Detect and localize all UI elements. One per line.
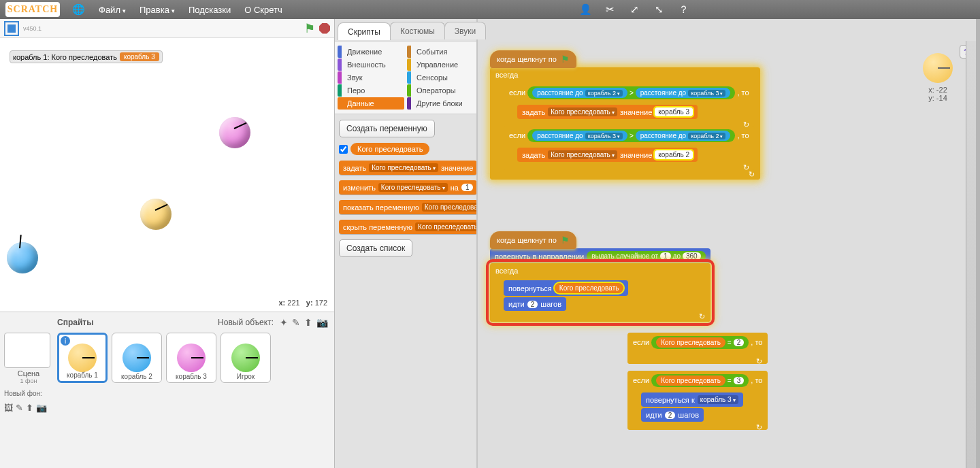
block-forever-2[interactable]: всегда повернуться Кого преследовать идт… xyxy=(490,263,710,322)
make-variable-button[interactable]: Создать переменную xyxy=(339,120,435,137)
sprite-thumb-ship2[interactable]: корабль 2 xyxy=(112,333,162,383)
block-help-icon[interactable]: ? xyxy=(960,45,973,58)
block-if-2[interactable]: если расстояние докорабль 3 > расстояние… xyxy=(504,127,755,169)
sprite-ship3-onstage[interactable] xyxy=(219,117,250,148)
stop-button[interactable] xyxy=(319,23,330,34)
block-set-variable[interactable]: задать Кого преследовать значение xyxy=(339,161,477,175)
block-if-eq2[interactable]: если Кого преследовать = 2 , то xyxy=(627,333,768,364)
block-palette: Движение Внешность Звук Перо Данные Собы… xyxy=(335,19,478,468)
sprite-ship1-onstage[interactable] xyxy=(140,199,172,230)
cat-sound[interactable]: Звук xyxy=(338,71,404,84)
duplicate-icon[interactable]: 👤 xyxy=(578,3,592,16)
new-sprite-library-icon[interactable]: ✦ xyxy=(280,317,288,328)
tabs: Скрипты Костюмы Звуки xyxy=(338,22,485,39)
sensing-distance-ship3[interactable]: расстояние докорабль 3 xyxy=(636,88,731,98)
new-sprite-camera-icon[interactable]: 📷 xyxy=(316,317,328,328)
set-value-ship3[interactable]: корабль 3 xyxy=(655,107,693,116)
backdrop-library-icon[interactable]: 🖼 xyxy=(4,403,13,413)
green-flag-button[interactable]: ⚑ xyxy=(304,21,315,36)
tab-scripts[interactable]: Скрипты xyxy=(338,22,391,40)
op-greater-1[interactable]: расстояние докорабль 2 > расстояние доко… xyxy=(527,86,735,99)
script-stack-2[interactable]: когда щелкнут по⚑ повернуть в направлени… xyxy=(490,231,710,322)
tab-costumes[interactable]: Костюмы xyxy=(390,22,445,39)
block-if-eq3[interactable]: если Кого преследовать = 3 , то повернут… xyxy=(627,371,768,430)
cat-control[interactable]: Управление xyxy=(407,58,474,71)
sprite-indicator: x: -22 y: -14 xyxy=(923,53,953,102)
backdrop-camera-icon[interactable]: 📷 xyxy=(36,403,47,413)
set-value-ship2[interactable]: корабль 2 xyxy=(655,150,693,159)
cat-more[interactable]: Другие блоки xyxy=(407,97,474,110)
stage-variable-monitor[interactable]: корабль 1: Кого преследовать корабль 3 xyxy=(10,50,163,63)
op-random[interactable]: выдать случайное от1 до360 xyxy=(587,251,705,261)
block-hide-variable[interactable]: скрыть переменную Кого преследовать xyxy=(339,220,478,234)
sprite-panel: Спрайты Новый объект: ✦ ✎ ⬆ 📷 Сцена 1 фо… xyxy=(0,312,334,468)
sprite-thumb-ship1[interactable]: i корабль 1 xyxy=(57,333,108,383)
op-eq-3[interactable]: Кого преследовать = 3 xyxy=(651,374,749,387)
grow-icon[interactable]: ⤢ xyxy=(627,3,641,16)
language-icon[interactable]: 🌐 xyxy=(71,3,86,16)
op-eq-2[interactable]: Кого преследовать = 2 xyxy=(651,336,749,349)
cut-icon[interactable]: ✂ xyxy=(603,3,617,16)
block-move-steps-1[interactable]: идти2шагов xyxy=(504,297,566,311)
sprite-thumb-ship3[interactable]: корабль 3 xyxy=(166,333,216,383)
menubar: SCRATCH 🌐 Файл Правка Подсказки О Скретч… xyxy=(0,0,980,19)
block-point-towards-var[interactable]: повернуться Кого преследовать xyxy=(504,280,628,296)
stage-coords: x: 221 y: 172 xyxy=(0,297,334,312)
cat-operators[interactable]: Операторы xyxy=(407,84,474,97)
block-when-flag-1[interactable]: когда щелкнут по⚑ xyxy=(490,50,576,68)
block-forever-1[interactable]: всегда если расстояние докорабль 2 > xyxy=(490,67,760,180)
cat-sensing[interactable]: Сенсоры xyxy=(407,71,474,84)
variable-visibility-checkbox[interactable]: Кого преследовать xyxy=(339,143,429,155)
cat-events[interactable]: События xyxy=(407,46,474,58)
stage-thumb[interactable] xyxy=(4,333,50,368)
cat-data[interactable]: Данные xyxy=(338,97,404,110)
right-column: Скрипты Костюмы Звуки Движение Внешность… xyxy=(335,19,980,468)
backdrop-upload-icon[interactable]: ⬆ xyxy=(26,403,33,413)
script-stack-3[interactable]: если Кого преследовать = 2 , то xyxy=(627,333,768,364)
shrink-icon[interactable]: ⤡ xyxy=(652,3,666,16)
fullscreen-icon[interactable] xyxy=(4,21,19,36)
block-when-flag-2[interactable]: когда щелкнут по⚑ xyxy=(490,231,576,249)
reporter-var-in-point[interactable]: Кого преследовать xyxy=(555,283,624,293)
new-sprite-upload-icon[interactable]: ⬆ xyxy=(304,317,312,328)
menu-file[interactable]: Файл xyxy=(97,5,127,15)
help-icon[interactable]: ？ xyxy=(676,3,690,16)
op-greater-2[interactable]: расстояние докорабль 3 > расстояние доко… xyxy=(527,129,735,142)
sensing-distance-ship2[interactable]: расстояние докорабль 2 xyxy=(532,88,627,98)
reporter-var-eq3[interactable]: Кого преследовать xyxy=(656,375,725,386)
block-show-variable[interactable]: показать переменную Кого преследовать xyxy=(339,200,478,214)
menu-about[interactable]: О Скретч xyxy=(243,5,284,15)
block-point-towards-ship3[interactable]: повернуться ккорабль 3 xyxy=(641,392,743,407)
menu-edit[interactable]: Правка xyxy=(138,5,176,15)
cat-looks[interactable]: Внешность xyxy=(338,58,404,71)
block-set-var-ship2[interactable]: задать Кого преследовать значение корабл… xyxy=(517,148,698,162)
workspace: v450.1 ⚑ корабль 1: Кого преследовать ко… xyxy=(0,19,980,468)
menu-tips[interactable]: Подсказки xyxy=(187,5,232,15)
var-monitor-value: корабль 3 xyxy=(120,52,159,61)
new-sprite-paint-icon[interactable]: ✎ xyxy=(292,317,300,328)
script-canvas[interactable]: ? x: -22 y: -14 когда щелкнут по⚑ всегда xyxy=(478,19,980,468)
stage[interactable]: корабль 1: Кого преследовать корабль 3 xyxy=(0,38,334,297)
sensing-distance-ship2b[interactable]: расстояние докорабль 2 xyxy=(636,131,731,141)
sensing-distance-ship3b[interactable]: расстояние докорабль 3 xyxy=(532,131,627,141)
stage-header: v450.1 ⚑ xyxy=(0,19,334,38)
block-change-variable[interactable]: изменить Кого преследовать на 1 xyxy=(339,180,477,195)
sprite-thumb-player[interactable]: Игрок xyxy=(220,333,271,383)
block-move-steps-2[interactable]: идти2шагов xyxy=(641,408,704,422)
make-list-button[interactable]: Создать список xyxy=(339,239,412,257)
block-point-direction[interactable]: повернуть в направлении выдать случайное… xyxy=(490,248,710,264)
category-grid: Движение Внешность Звук Перо Данные Собы… xyxy=(335,41,476,114)
tab-sounds[interactable]: Звуки xyxy=(444,22,486,39)
cat-pen[interactable]: Перо xyxy=(338,84,404,97)
reporter-var-eq2[interactable]: Кого преследовать xyxy=(656,337,725,348)
script-stack-1[interactable]: когда щелкнут по⚑ всегда если расстояние… xyxy=(490,50,760,180)
backdrop-paint-icon[interactable]: ✎ xyxy=(16,403,23,413)
cat-motion[interactable]: Движение xyxy=(338,46,404,58)
script-stack-4[interactable]: если Кого преследовать = 3 , то повернут… xyxy=(627,371,768,430)
sprite-ship2-onstage[interactable] xyxy=(7,242,38,273)
block-set-var-ship3[interactable]: задать Кого преследовать значение корабл… xyxy=(517,105,698,119)
block-if-1[interactable]: если расстояние докорабль 2 > расстояние… xyxy=(504,84,755,126)
variable-reporter[interactable]: Кого преследовать xyxy=(350,143,429,155)
var-checkbox[interactable] xyxy=(339,145,348,154)
info-icon[interactable]: i xyxy=(61,336,70,346)
